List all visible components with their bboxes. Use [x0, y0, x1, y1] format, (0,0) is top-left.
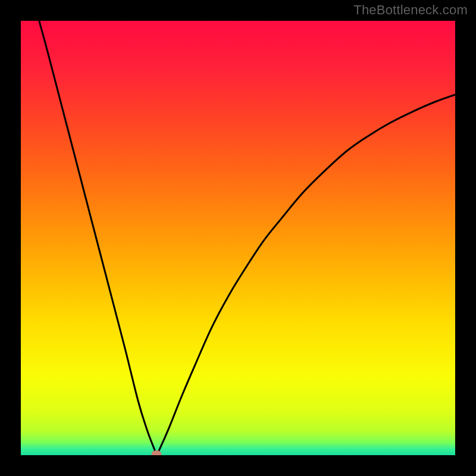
watermark-text: TheBottleneck.com [353, 2, 468, 18]
minimum-marker [152, 450, 162, 455]
bottleneck-curve [21, 21, 455, 455]
outer-frame: TheBottleneck.com [0, 0, 476, 476]
plot-area [21, 21, 455, 455]
